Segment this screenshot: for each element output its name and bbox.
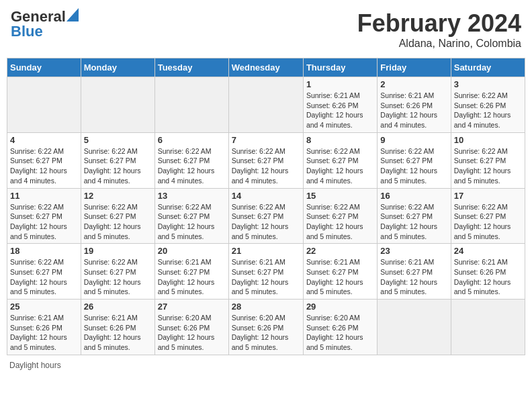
calendar-cell: 27Sunrise: 6:20 AM Sunset: 6:26 PM Dayli… <box>154 300 228 355</box>
calendar-cell: 22Sunrise: 6:21 AM Sunset: 6:27 PM Dayli… <box>303 244 377 300</box>
calendar-day-header: Sunday <box>7 58 81 77</box>
calendar-cell: 16Sunrise: 6:22 AM Sunset: 6:27 PM Dayli… <box>378 188 451 244</box>
day-number: 4 <box>10 135 78 145</box>
day-number: 15 <box>306 191 374 201</box>
day-number: 10 <box>454 135 522 145</box>
day-number: 13 <box>158 191 226 201</box>
calendar-day-header: Saturday <box>451 58 525 77</box>
calendar-cell: 25Sunrise: 6:21 AM Sunset: 6:26 PM Dayli… <box>7 300 81 355</box>
day-detail: Sunrise: 6:22 AM Sunset: 6:27 PM Dayligh… <box>306 202 374 242</box>
calendar-cell: 12Sunrise: 6:22 AM Sunset: 6:27 PM Dayli… <box>81 188 154 244</box>
day-detail: Sunrise: 6:21 AM Sunset: 6:26 PM Dayligh… <box>10 313 78 353</box>
calendar-cell: 5Sunrise: 6:22 AM Sunset: 6:27 PM Daylig… <box>81 132 154 188</box>
day-detail: Sunrise: 6:22 AM Sunset: 6:27 PM Dayligh… <box>158 146 226 186</box>
day-detail: Sunrise: 6:22 AM Sunset: 6:26 PM Dayligh… <box>454 91 522 130</box>
sub-title: Aldana, Narino, Colombia <box>357 38 521 50</box>
calendar-cell <box>81 77 154 133</box>
logo-blue-text: Blue <box>11 24 43 39</box>
day-number: 8 <box>306 135 374 145</box>
calendar-cell: 13Sunrise: 6:22 AM Sunset: 6:27 PM Dayli… <box>154 188 228 244</box>
main-title: February 2024 <box>357 9 521 38</box>
day-number: 14 <box>232 191 300 201</box>
day-number: 25 <box>10 302 78 312</box>
day-detail: Sunrise: 6:22 AM Sunset: 6:27 PM Dayligh… <box>84 146 152 186</box>
day-detail: Sunrise: 6:22 AM Sunset: 6:27 PM Dayligh… <box>158 202 226 242</box>
day-number: 19 <box>84 246 152 256</box>
day-number: 18 <box>10 246 78 256</box>
day-number: 23 <box>380 246 447 256</box>
calendar-cell: 26Sunrise: 6:21 AM Sunset: 6:26 PM Dayli… <box>81 300 154 355</box>
day-detail: Sunrise: 6:21 AM Sunset: 6:27 PM Dayligh… <box>380 257 447 297</box>
day-detail: Sunrise: 6:22 AM Sunset: 6:27 PM Dayligh… <box>232 202 300 242</box>
day-number: 7 <box>232 135 300 145</box>
calendar-cell: 17Sunrise: 6:22 AM Sunset: 6:27 PM Dayli… <box>451 188 525 244</box>
calendar-cell: 24Sunrise: 6:21 AM Sunset: 6:26 PM Dayli… <box>451 244 525 300</box>
day-detail: Sunrise: 6:22 AM Sunset: 6:27 PM Dayligh… <box>10 257 78 297</box>
day-number: 11 <box>10 191 78 201</box>
calendar-day-header: Wednesday <box>228 58 303 77</box>
day-detail: Sunrise: 6:22 AM Sunset: 6:27 PM Dayligh… <box>454 146 522 186</box>
calendar-cell <box>228 77 303 133</box>
day-number: 3 <box>454 79 522 89</box>
calendar-cell: 29Sunrise: 6:20 AM Sunset: 6:26 PM Dayli… <box>303 300 377 355</box>
day-detail: Sunrise: 6:22 AM Sunset: 6:27 PM Dayligh… <box>454 202 522 242</box>
day-detail: Sunrise: 6:22 AM Sunset: 6:27 PM Dayligh… <box>380 202 447 242</box>
day-number: 20 <box>158 246 226 256</box>
day-number: 17 <box>454 191 522 201</box>
calendar-cell: 3Sunrise: 6:22 AM Sunset: 6:26 PM Daylig… <box>451 77 525 133</box>
calendar-cell: 11Sunrise: 6:22 AM Sunset: 6:27 PM Dayli… <box>7 188 81 244</box>
calendar-day-header: Thursday <box>303 58 377 77</box>
day-detail: Sunrise: 6:20 AM Sunset: 6:26 PM Dayligh… <box>158 313 226 353</box>
calendar-table: SundayMondayTuesdayWednesdayThursdayFrid… <box>7 58 525 355</box>
calendar-cell: 23Sunrise: 6:21 AM Sunset: 6:27 PM Dayli… <box>378 244 451 300</box>
day-detail: Sunrise: 6:22 AM Sunset: 6:27 PM Dayligh… <box>380 146 447 186</box>
calendar-cell: 8Sunrise: 6:22 AM Sunset: 6:27 PM Daylig… <box>303 132 377 188</box>
day-detail: Sunrise: 6:22 AM Sunset: 6:27 PM Dayligh… <box>84 257 152 297</box>
day-detail: Sunrise: 6:22 AM Sunset: 6:27 PM Dayligh… <box>84 202 152 242</box>
day-number: 5 <box>84 135 152 145</box>
svg-marker-0 <box>66 8 79 21</box>
calendar-week-row: 1Sunrise: 6:21 AM Sunset: 6:26 PM Daylig… <box>7 77 525 133</box>
calendar-cell: 4Sunrise: 6:22 AM Sunset: 6:27 PM Daylig… <box>7 132 81 188</box>
calendar-cell <box>378 300 451 355</box>
day-detail: Sunrise: 6:21 AM Sunset: 6:26 PM Dayligh… <box>380 91 447 130</box>
day-detail: Sunrise: 6:21 AM Sunset: 6:27 PM Dayligh… <box>306 257 374 297</box>
day-number: 16 <box>380 191 447 201</box>
logo-general-text: General <box>11 9 66 24</box>
logo-triangle-icon <box>66 8 79 21</box>
title-block: February 2024 Aldana, Narino, Colombia <box>357 9 521 50</box>
day-detail: Sunrise: 6:21 AM Sunset: 6:26 PM Dayligh… <box>84 313 152 353</box>
day-number: 27 <box>158 302 226 312</box>
calendar-cell: 7Sunrise: 6:22 AM Sunset: 6:27 PM Daylig… <box>228 132 303 188</box>
calendar-cell: 28Sunrise: 6:20 AM Sunset: 6:26 PM Dayli… <box>228 300 303 355</box>
day-detail: Sunrise: 6:21 AM Sunset: 6:26 PM Dayligh… <box>454 257 522 297</box>
footer-note: Daylight hours <box>7 361 525 370</box>
calendar-cell <box>451 300 525 355</box>
calendar-cell: 21Sunrise: 6:21 AM Sunset: 6:27 PM Dayli… <box>228 244 303 300</box>
page-header: General Blue February 2024 Aldana, Narin… <box>7 7 525 52</box>
calendar-cell: 6Sunrise: 6:22 AM Sunset: 6:27 PM Daylig… <box>154 132 228 188</box>
day-number: 1 <box>306 79 374 89</box>
calendar-cell <box>7 77 81 133</box>
day-detail: Sunrise: 6:20 AM Sunset: 6:26 PM Dayligh… <box>232 313 300 353</box>
calendar-day-header: Monday <box>81 58 154 77</box>
day-detail: Sunrise: 6:20 AM Sunset: 6:26 PM Dayligh… <box>306 313 374 353</box>
calendar-week-row: 18Sunrise: 6:22 AM Sunset: 6:27 PM Dayli… <box>7 244 525 300</box>
day-number: 29 <box>306 302 374 312</box>
day-number: 28 <box>232 302 300 312</box>
calendar-header-row: SundayMondayTuesdayWednesdayThursdayFrid… <box>7 58 525 77</box>
calendar-cell: 10Sunrise: 6:22 AM Sunset: 6:27 PM Dayli… <box>451 132 525 188</box>
calendar-cell: 19Sunrise: 6:22 AM Sunset: 6:27 PM Dayli… <box>81 244 154 300</box>
calendar-week-row: 4Sunrise: 6:22 AM Sunset: 6:27 PM Daylig… <box>7 132 525 188</box>
logo: General Blue <box>11 9 79 39</box>
calendar-cell: 18Sunrise: 6:22 AM Sunset: 6:27 PM Dayli… <box>7 244 81 300</box>
day-number: 26 <box>84 302 152 312</box>
day-number: 24 <box>454 246 522 256</box>
calendar-cell: 15Sunrise: 6:22 AM Sunset: 6:27 PM Dayli… <box>303 188 377 244</box>
day-number: 21 <box>232 246 300 256</box>
calendar-cell: 20Sunrise: 6:21 AM Sunset: 6:27 PM Dayli… <box>154 244 228 300</box>
day-number: 6 <box>158 135 226 145</box>
calendar-day-header: Friday <box>378 58 451 77</box>
day-number: 12 <box>84 191 152 201</box>
day-detail: Sunrise: 6:22 AM Sunset: 6:27 PM Dayligh… <box>10 146 78 186</box>
